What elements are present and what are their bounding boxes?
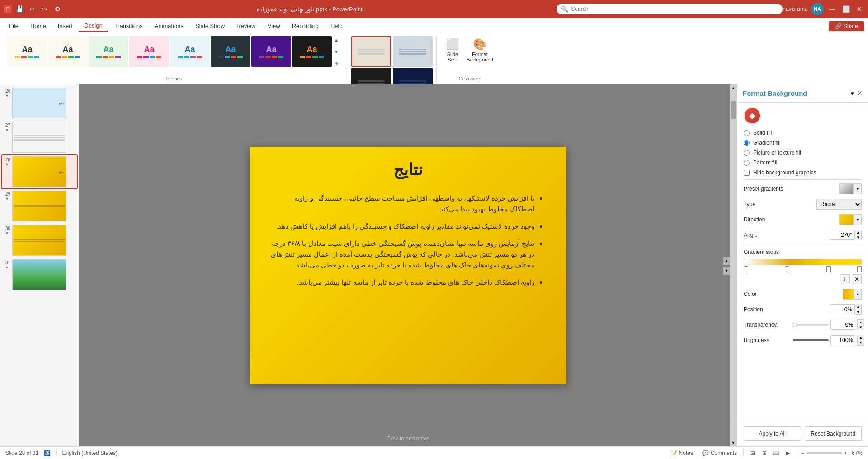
position-input[interactable]	[830, 304, 854, 314]
pattern-fill-radio[interactable]	[744, 160, 750, 166]
brightness-up[interactable]: ▲	[858, 335, 864, 340]
preset-gradients-swatch[interactable]	[839, 183, 854, 194]
tab-insert[interactable]: Insert	[52, 21, 78, 31]
notes-placeholder[interactable]: Click to add notes	[387, 436, 429, 442]
slide-star-28: ★	[5, 162, 9, 166]
search-input[interactable]	[571, 6, 778, 12]
slide-item-31[interactable]: 31 ★	[2, 258, 77, 291]
zoom-out-button[interactable]: −	[801, 450, 804, 456]
add-stop-button[interactable]: +	[840, 274, 850, 284]
close-button[interactable]: ✕	[854, 4, 864, 14]
prev-slide-arrow[interactable]: ▲	[723, 257, 730, 265]
slide-item-29[interactable]: 29 ★	[2, 189, 77, 223]
tab-home[interactable]: Home	[25, 21, 52, 31]
theme-item-7[interactable]: Aa	[251, 36, 291, 67]
themes-scroll-more[interactable]: ⊞	[333, 60, 340, 67]
picture-fill-radio[interactable]	[744, 150, 750, 156]
theme-item-2[interactable]: Aa	[48, 36, 88, 67]
save-button[interactable]: 💾	[14, 4, 24, 14]
angle-down[interactable]: ▼	[855, 235, 861, 240]
search-box[interactable]: 🔍	[557, 4, 783, 14]
notes-button[interactable]: 📝 Notes	[668, 449, 696, 457]
slideshow-button[interactable]: ▶	[783, 449, 793, 458]
theme-item-1[interactable]: Aa	[7, 36, 47, 67]
brightness-slider[interactable]	[793, 339, 829, 341]
reading-view-button[interactable]: 📖	[771, 449, 782, 458]
transparency-down[interactable]: ▼	[858, 325, 864, 330]
redo-button[interactable]: ↪	[40, 4, 50, 14]
slide-item-26[interactable]: 26 ★ نتایج	[2, 86, 77, 120]
share-button[interactable]: 🔗Share	[829, 21, 864, 31]
tab-design[interactable]: Design	[79, 20, 108, 32]
theme-item-8[interactable]: Aa	[292, 36, 332, 67]
type-select[interactable]: Radial Linear Rectangular Path	[816, 199, 862, 210]
slide-item-28[interactable]: 28 ★ نتایج	[2, 155, 77, 188]
minimize-button[interactable]: —	[827, 4, 837, 14]
stop-marker-4[interactable]	[857, 266, 862, 272]
direction-dropdown[interactable]: ▾	[854, 214, 862, 225]
reset-background-button[interactable]: Reset Background	[805, 426, 862, 441]
tab-view[interactable]: View	[262, 21, 286, 31]
tab-file[interactable]: File	[4, 21, 24, 31]
transparency-input[interactable]	[830, 320, 855, 330]
zoom-level[interactable]: 67%	[849, 450, 863, 456]
hide-graphics-checkbox[interactable]	[744, 170, 750, 176]
tab-slideshow[interactable]: Slide Show	[190, 21, 230, 31]
preset-gradients-dropdown[interactable]: ▾	[854, 183, 862, 194]
slide-sorter-button[interactable]: ⊞	[759, 449, 770, 458]
stop-marker-1[interactable]	[744, 266, 748, 272]
slide-item-30[interactable]: 30 ★	[2, 224, 77, 257]
tab-transitions[interactable]: Transitions	[109, 21, 148, 31]
position-up[interactable]: ▲	[855, 304, 861, 309]
solid-fill-radio[interactable]	[744, 130, 750, 136]
theme-item-4[interactable]: Aa	[129, 36, 169, 67]
remove-stop-button[interactable]: ✕	[852, 274, 862, 284]
vscroll-thumb[interactable]	[731, 101, 736, 119]
transparency-up[interactable]: ▲	[858, 320, 864, 325]
slide-canvas[interactable]: نتایج با افزایش خرده لاستیکها، به واسطهی…	[250, 147, 566, 384]
angle-up[interactable]: ▲	[855, 230, 861, 235]
theme-item-3[interactable]: Aa	[89, 36, 128, 67]
gradient-fill-radio[interactable]	[744, 140, 750, 146]
customize-qat-button[interactable]: ⚙	[52, 4, 62, 14]
tab-animations[interactable]: Animations	[149, 21, 189, 31]
theme-item-6[interactable]: Aa	[211, 36, 250, 67]
color-swatch[interactable]	[843, 289, 854, 300]
variant-2[interactable]	[393, 36, 433, 67]
apply-all-button[interactable]: Apply to All	[744, 426, 801, 441]
slides-panel[interactable]: 26 ★ نتایج 27 ★ 28	[0, 84, 79, 446]
position-down[interactable]: ▼	[855, 309, 861, 314]
gradient-bar-container[interactable]	[744, 259, 862, 272]
themes-scroll-up[interactable]: ▲	[333, 36, 340, 43]
slide-size-button[interactable]: ⬜ SlideSize	[444, 36, 461, 64]
undo-button[interactable]: ↩	[27, 4, 37, 14]
restore-button[interactable]: ⬜	[841, 4, 851, 14]
vscroll-up[interactable]: ▲	[730, 84, 737, 92]
normal-view-button[interactable]: ⊟	[747, 449, 758, 458]
brightness-down[interactable]: ▼	[858, 340, 864, 345]
themes-scroll-down[interactable]: ▼	[333, 48, 340, 55]
vscroll-down[interactable]: ▼	[730, 439, 737, 446]
format-background-button[interactable]: 🎨 FormatBackground	[465, 36, 495, 64]
slide-item-27[interactable]: 27 ★	[2, 121, 77, 154]
variant-1[interactable]	[351, 36, 391, 67]
brightness-input[interactable]	[830, 335, 855, 345]
theme-item-5[interactable]: Aa	[170, 36, 210, 67]
stop-marker-3[interactable]	[826, 266, 831, 272]
color-dropdown[interactable]: ▾	[854, 289, 862, 300]
tab-review[interactable]: Review	[231, 21, 261, 31]
angle-input[interactable]	[830, 230, 854, 240]
stop-marker-2[interactable]	[785, 266, 789, 272]
tab-help[interactable]: Help	[325, 21, 348, 31]
transparency-slider[interactable]	[793, 324, 829, 326]
tab-recording[interactable]: Recording	[287, 21, 324, 31]
zoom-slider[interactable]	[806, 452, 842, 454]
zoom-in-button[interactable]: +	[844, 450, 847, 456]
panel-dropdown-icon[interactable]: ▾	[851, 90, 854, 97]
direction-swatch[interactable]	[839, 214, 854, 225]
accessibility-icon[interactable]: ♿	[44, 450, 51, 456]
canvas-vscroll[interactable]: ▲ ▼	[730, 84, 737, 446]
panel-close-button[interactable]: ✕	[857, 89, 863, 98]
next-slide-arrow[interactable]: ▼	[723, 267, 730, 275]
comments-button[interactable]: 💬 Comments	[699, 449, 740, 457]
